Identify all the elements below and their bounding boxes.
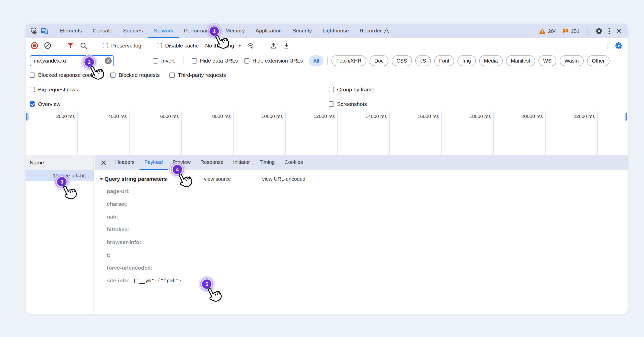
screenshots-checkbox[interactable]: Screenshots: [329, 101, 367, 107]
detail-tab-cookies[interactable]: Cookies: [280, 155, 308, 170]
detail-tab-initiator[interactable]: Initiator: [228, 155, 255, 170]
devtools-tabbar: Elements Console Sources Network Perform…: [26, 24, 628, 38]
tab-recorder[interactable]: Recorder: [354, 24, 395, 38]
tab-elements[interactable]: Elements: [54, 24, 87, 38]
device-toolbar-icon[interactable]: [39, 26, 50, 36]
network-overview-timeline[interactable]: 2000 ms 4000 ms 6000 ms 8000 ms 10000 ms…: [26, 111, 628, 155]
filter-pill-css[interactable]: CSS: [392, 55, 412, 66]
checkbox-unchecked: [30, 87, 35, 92]
divider: [607, 42, 607, 50]
divider: [183, 57, 183, 65]
search-icon[interactable]: [80, 42, 87, 50]
filter-pill-img[interactable]: Img: [457, 55, 476, 66]
filter-pill-ws[interactable]: WS: [538, 55, 556, 66]
checkbox-unchecked: [153, 58, 158, 64]
detail-tab-timing[interactable]: Timing: [255, 155, 280, 170]
preserve-log-checkbox[interactable]: Preserve log: [103, 43, 141, 49]
checkbox-unchecked: [30, 73, 35, 78]
network-panel-body: Name 1?page-url=htt… Headers Payload Pre…: [26, 155, 628, 314]
filter-pill-fetch-xhr[interactable]: Fetch/XHR: [331, 55, 366, 66]
disable-cache-checkbox[interactable]: Disable cache: [157, 43, 199, 49]
filter-pill-wasm[interactable]: Wasm: [560, 55, 584, 66]
request-detail-panel: Headers Payload Preview Response Initiat…: [95, 155, 628, 314]
timeline-left-handle[interactable]: [26, 113, 29, 121]
checkbox-unchecked: [103, 43, 108, 48]
checkbox-unchecked: [192, 58, 197, 64]
timeline-segment: 12000 ms: [286, 111, 338, 155]
hand-cursor-icon: [61, 183, 78, 202]
param-row: site-info: {"__ym":{"fpmh":: [99, 274, 628, 287]
options-row-2: Overview Screenshots: [26, 97, 628, 111]
big-request-rows-checkbox[interactable]: Big request rows: [30, 87, 78, 93]
tab-network[interactable]: Network: [148, 24, 179, 38]
network-conditions-icon[interactable]: [247, 42, 254, 50]
tab-application[interactable]: Application: [250, 24, 287, 38]
param-row: t:: [99, 249, 628, 261]
warning-icon: [539, 28, 546, 34]
inspect-element-icon[interactable]: [29, 26, 39, 36]
timeline-segment: 18000 ms: [442, 111, 494, 155]
devtools-settings-icon[interactable]: [595, 28, 603, 35]
detail-tab-response[interactable]: Response: [195, 155, 228, 170]
timeline-segment: [598, 111, 628, 155]
filter-pill-doc[interactable]: Doc: [370, 55, 388, 66]
collapse-triangle-icon[interactable]: [99, 178, 103, 180]
close-detail-icon[interactable]: [99, 158, 108, 167]
tab-sources[interactable]: Sources: [118, 24, 148, 38]
checkbox-checked: [30, 101, 35, 107]
warnings-counter[interactable]: 204: [539, 28, 557, 34]
hand-cursor-icon: [176, 171, 193, 189]
checkbox-unchecked: [329, 87, 334, 92]
tab-lighthouse[interactable]: Lighthouse: [317, 24, 354, 38]
export-har-icon[interactable]: [283, 42, 290, 50]
param-row: uah:: [99, 210, 628, 223]
view-url-encoded-link[interactable]: view URL-encoded: [262, 176, 305, 182]
hide-data-urls-checkbox[interactable]: Hide data URLs: [192, 58, 238, 64]
detail-tab-headers[interactable]: Headers: [110, 155, 140, 170]
timeline-right-handle[interactable]: [625, 113, 627, 121]
kebab-menu-icon[interactable]: [608, 28, 610, 35]
filter-pill-font[interactable]: Font: [434, 55, 454, 66]
chevron-down-icon: [238, 45, 241, 47]
filter-icon[interactable]: [67, 42, 74, 50]
import-har-icon[interactable]: [270, 42, 277, 50]
filter-pill-js[interactable]: JS: [415, 55, 431, 66]
filter-pill-media[interactable]: Media: [479, 55, 503, 66]
tab-security[interactable]: Security: [287, 24, 317, 38]
blocked-requests-checkbox[interactable]: Blocked requests: [110, 72, 160, 78]
filter-pill-manifest[interactable]: Manifest: [506, 55, 535, 66]
divider: [587, 27, 588, 35]
issues-counter[interactable]: 151: [562, 28, 580, 34]
hand-cursor-icon: [213, 33, 230, 51]
invert-checkbox[interactable]: Invert: [153, 58, 175, 64]
divider: [149, 42, 149, 50]
devtools-window: Elements Console Sources Network Perform…: [26, 24, 628, 314]
detail-tab-payload[interactable]: Payload: [140, 155, 168, 170]
network-settings-icon[interactable]: [615, 42, 623, 50]
close-devtools-icon[interactable]: [616, 28, 622, 34]
request-type-filters: All Fetch/XHR Doc CSS JS Font Img Media …: [309, 55, 610, 66]
tab-console[interactable]: Console: [87, 24, 118, 38]
timeline-segment: 14000 ms: [338, 111, 390, 155]
checkbox-unchecked: [244, 58, 249, 64]
clear-network-log-icon[interactable]: [44, 42, 51, 50]
filter-bar: Invert Hide data URLs Hide extension URL…: [26, 53, 628, 68]
hide-extension-urls-checkbox[interactable]: Hide extension URLs: [244, 58, 303, 64]
checkbox-unchecked: [329, 101, 334, 107]
group-by-frame-checkbox[interactable]: Group by frame: [329, 87, 374, 93]
filter-pill-other[interactable]: Other: [587, 55, 610, 66]
divider: [262, 42, 262, 50]
filter-pill-all[interactable]: All: [309, 55, 323, 66]
record-network-log-icon[interactable]: [31, 42, 38, 50]
network-toolbar: Preserve log Disable cache No throttling: [26, 38, 628, 53]
overview-checkbox[interactable]: Overview: [30, 101, 61, 107]
timeline-segment: 2000 ms: [26, 111, 78, 155]
view-source-link[interactable]: view source: [204, 176, 231, 182]
checkbox-unchecked: [157, 43, 162, 48]
third-party-requests-checkbox[interactable]: Third-party requests: [169, 72, 226, 78]
clear-filter-icon[interactable]: [105, 57, 112, 64]
name-column-header[interactable]: Name: [26, 155, 94, 170]
divider: [95, 42, 95, 50]
param-row: browser-info:: [99, 236, 628, 249]
timeline-segment: 16000 ms: [390, 111, 442, 155]
